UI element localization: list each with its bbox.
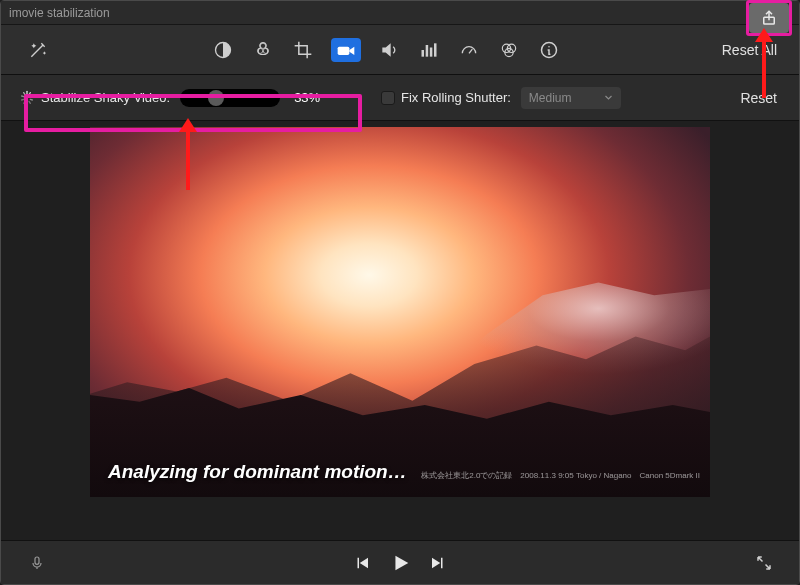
dropdown-value: Medium <box>529 91 572 105</box>
chevron-down-icon <box>604 93 613 102</box>
reset-button[interactable]: Reset <box>740 90 777 106</box>
next-button[interactable] <box>429 554 447 572</box>
svg-line-23 <box>24 92 25 94</box>
annotation-arrow-share <box>762 40 766 98</box>
svg-line-20 <box>24 101 25 103</box>
app-window: imovie stabilization <box>0 0 800 585</box>
crop-icon[interactable] <box>291 38 315 62</box>
info-icon[interactable] <box>537 38 561 62</box>
analysis-status-text: Analyzing for dominant motion… <box>108 461 407 483</box>
video-preview[interactable]: Analyzing for dominant motion… 株式会社東北2.0… <box>90 127 710 497</box>
fullscreen-button[interactable] <box>755 554 773 572</box>
svg-line-21 <box>22 99 24 100</box>
svg-rect-5 <box>338 46 350 54</box>
titlebar: imovie stabilization <box>1 1 799 25</box>
speedometer-icon[interactable] <box>457 38 481 62</box>
preview-area: Analyzing for dominant motion… 株式会社東北2.0… <box>1 121 799 540</box>
processing-spinner-icon <box>19 90 35 106</box>
stabilize-group: Stabilize Shaky Video: 33% <box>15 83 340 113</box>
rolling-shutter-dropdown[interactable]: Medium <box>521 87 621 109</box>
color-correction-icon[interactable] <box>251 38 275 62</box>
stabilization-settings: Stabilize Shaky Video: 33% Fix Rolling S… <box>1 75 799 121</box>
stabilization-tab-icon[interactable] <box>331 38 361 62</box>
fix-rolling-label: Fix Rolling Shutter: <box>401 90 511 105</box>
window-title: imovie stabilization <box>9 6 110 20</box>
svg-rect-8 <box>430 47 433 56</box>
slider-thumb[interactable] <box>208 90 224 106</box>
svg-rect-6 <box>422 50 425 57</box>
audio-eq-icon[interactable] <box>417 38 441 62</box>
annotation-arrow-stabilize <box>186 130 190 190</box>
svg-point-2 <box>260 43 265 48</box>
svg-rect-24 <box>35 557 39 564</box>
fix-rolling-shutter-group: Fix Rolling Shutter: Medium <box>381 87 621 109</box>
svg-line-15 <box>29 92 30 94</box>
svg-line-18 <box>29 101 30 103</box>
prev-button[interactable] <box>353 554 371 572</box>
stabilize-label: Stabilize Shaky Video: <box>41 90 170 105</box>
auto-enhance-button[interactable] <box>15 34 61 66</box>
play-button[interactable] <box>389 552 411 574</box>
inspector-toolbar: Reset All <box>1 25 799 75</box>
reset-all-button[interactable]: Reset All <box>722 42 777 58</box>
fix-rolling-checkbox[interactable] <box>381 91 395 105</box>
svg-rect-7 <box>426 45 429 57</box>
svg-rect-9 <box>434 43 437 56</box>
playback-controls <box>353 552 447 574</box>
voiceover-mic-button[interactable] <box>29 553 45 573</box>
transport-bar <box>1 540 799 584</box>
clip-metadata-overlay: 株式会社東北2.0での記録 2008.11.3 9:05 Tokyo / Nag… <box>421 470 700 481</box>
video-filters-icon[interactable] <box>497 38 521 62</box>
volume-icon[interactable] <box>377 38 401 62</box>
stabilize-value: 33% <box>294 90 332 105</box>
stabilize-slider[interactable] <box>180 89 280 107</box>
color-balance-icon[interactable] <box>211 38 235 62</box>
svg-line-17 <box>30 99 32 100</box>
inspector-tabs <box>211 38 561 62</box>
svg-line-22 <box>22 96 24 97</box>
svg-line-16 <box>30 96 32 97</box>
